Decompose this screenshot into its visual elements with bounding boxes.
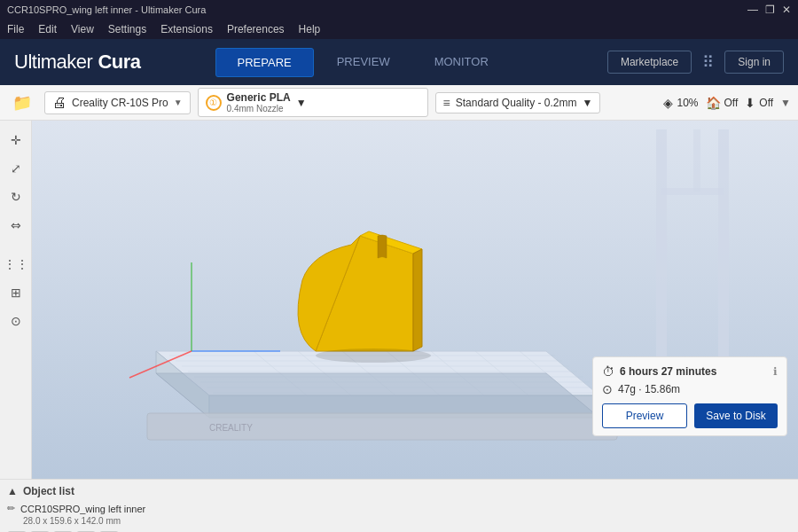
window-title: CCR10SPRO_wing left inner - Ultimaker Cu… (7, 4, 206, 15)
top-nav: Ultimaker Cura PREPARE PREVIEW MONITOR M… (0, 39, 798, 85)
toolbar: 📁 🖨 Creality CR-10S Pro ▼ ① Generic PLA … (0, 85, 798, 121)
quality-dropdown-arrow: ▼ (583, 97, 593, 109)
info-help-icon[interactable]: ℹ (773, 365, 778, 378)
material-selector[interactable]: ① Generic PLA 0.4mm Nozzle ▼ (198, 88, 428, 117)
material-weight-icon: ⊙ (602, 382, 613, 396)
support-icon: 🏠 (706, 96, 721, 110)
object-list-header: ▲ Object list (7, 485, 74, 497)
grid-icon[interactable]: ⠿ (702, 52, 714, 72)
mirror-tool[interactable]: ⇔ (4, 213, 28, 238)
material-icon: ① (206, 95, 222, 111)
material-dropdown-arrow: ▼ (296, 97, 307, 109)
infill-control[interactable]: ◈ 10% (663, 96, 698, 110)
signin-button[interactable]: Sign in (724, 51, 784, 74)
quality-icon: ≡ (443, 96, 450, 110)
print-material-amount: 47g · 15.86m (618, 383, 680, 395)
toolbar-right: ◈ 10% 🏠 Off ⬇ Off ▼ (663, 96, 791, 110)
printer-icon: 🖨 (52, 95, 66, 111)
support-blocker-tool[interactable]: ⊞ (4, 280, 28, 305)
anchor-tool[interactable]: ⊙ (4, 309, 28, 333)
support-control[interactable]: 🏠 Off (706, 96, 739, 110)
print-time-row: ⏱ 6 hours 27 minutes ℹ (602, 364, 778, 379)
svg-marker-25 (156, 373, 599, 418)
open-folder-button[interactable]: 📁 (7, 90, 37, 116)
menu-settings[interactable]: Settings (108, 23, 146, 35)
menu-file[interactable]: File (7, 23, 24, 35)
printer-name: Creality CR-10S Pro (72, 97, 168, 109)
menu-extensions[interactable]: Extensions (160, 23, 213, 35)
viewport[interactable]: CREALITY ⏱ 6 hours 27 minutes (32, 121, 798, 479)
menu-edit[interactable]: Edit (38, 23, 57, 35)
clock-icon: ⏱ (602, 364, 614, 379)
adhesion-icon: ⬇ (745, 96, 755, 110)
infill-label: 10% (677, 97, 698, 109)
logo-bold: Cura (98, 51, 140, 74)
object-list-item: ✏ CCR10SPRO_wing left inner (7, 501, 145, 516)
left-sidebar: ✛ ⤢ ↻ ⇔ ⋮⋮ ⊞ ⊙ (0, 121, 32, 479)
window-controls: — ❐ ✕ (747, 4, 791, 16)
app-logo: Ultimaker Cura (14, 51, 141, 74)
object-list-bar: ▲ Object list ✏ CCR10SPRO_wing left inne… (0, 479, 798, 532)
support-label: Off (724, 97, 739, 109)
printer-selector[interactable]: 🖨 Creality CR-10S Pro ▼ (44, 91, 191, 114)
object-list-title: Object list (23, 485, 74, 497)
quality-selector[interactable]: ≡ Standard Quality - 0.2mm ▼ (435, 92, 601, 113)
print-material-row: ⊙ 47g · 15.86m (602, 382, 778, 396)
tab-preview[interactable]: PREVIEW (316, 48, 411, 77)
move-tool[interactable]: ✛ (4, 128, 28, 153)
close-button[interactable]: ✕ (782, 4, 791, 16)
scale-tool[interactable]: ⤢ (4, 156, 28, 181)
material-name: Generic PLA (227, 91, 291, 104)
object-name[interactable]: CCR10SPRO_wing left inner (20, 504, 145, 514)
minimize-button[interactable]: — (747, 4, 758, 16)
toolbar-expand-button[interactable]: ▼ (780, 97, 791, 109)
nav-tabs: PREPARE PREVIEW MONITOR (215, 48, 510, 77)
adhesion-label: Off (759, 97, 773, 109)
maximize-button[interactable]: ❐ (765, 4, 775, 16)
svg-text:CREALITY: CREALITY (209, 423, 253, 433)
print-action-buttons: Preview Save to Disk (602, 403, 778, 428)
tab-monitor[interactable]: MONITOR (413, 48, 510, 77)
svg-marker-33 (413, 249, 422, 351)
infill-icon: ◈ (663, 96, 673, 110)
printer-dropdown-arrow: ▼ (174, 98, 183, 107)
edit-icon: ✏ (7, 503, 15, 514)
menu-bar: File Edit View Settings Extensions Prefe… (0, 20, 798, 39)
save-to-disk-button[interactable]: Save to Disk (694, 403, 778, 428)
main-area: ✛ ⤢ ↻ ⇔ ⋮⋮ ⊞ ⊙ (0, 121, 798, 479)
per-model-tool[interactable]: ⋮⋮ (4, 252, 28, 277)
material-sub: 0.4mm Nozzle (227, 104, 291, 113)
rotate-tool[interactable]: ↻ (4, 184, 28, 209)
material-info: Generic PLA 0.4mm Nozzle (227, 91, 291, 113)
svg-point-34 (316, 348, 431, 363)
nav-right: Marketplace ⠿ Sign in (607, 51, 784, 74)
preview-button[interactable]: Preview (602, 403, 687, 428)
title-bar: CCR10SPRO_wing left inner - Ultimaker Cu… (0, 0, 798, 20)
adhesion-control[interactable]: ⬇ Off (745, 96, 773, 110)
print-time: 6 hours 27 minutes (620, 365, 716, 378)
marketplace-button[interactable]: Marketplace (607, 51, 692, 74)
print-info-panel: ⏱ 6 hours 27 minutes ℹ ⊙ 47g · 15.86m Pr… (592, 356, 787, 436)
logo-light: Ultimaker (14, 51, 92, 74)
tab-prepare[interactable]: PREPARE (215, 48, 314, 77)
menu-preferences[interactable]: Preferences (227, 23, 285, 35)
quality-label: Standard Quality - 0.2mm (456, 97, 577, 109)
object-dimensions: 28.0 x 159.6 x 142.0 mm (7, 516, 121, 526)
object-list-collapse-icon[interactable]: ▲ (7, 485, 18, 497)
menu-view[interactable]: View (71, 23, 94, 35)
menu-help[interactable]: Help (299, 23, 321, 35)
